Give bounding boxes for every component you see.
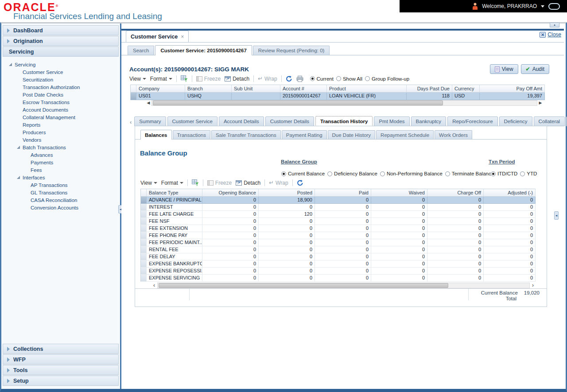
refresh-icon[interactable] — [297, 180, 303, 186]
column-header-charge-off[interactable]: Charge Off — [427, 189, 484, 197]
column-header-sub-unit[interactable]: Sub Unit — [232, 85, 280, 93]
detach-button[interactable]: Detach — [236, 180, 260, 186]
tree-item-collateral-management[interactable]: Collateral Management — [3, 113, 119, 121]
table-row[interactable]: ADVANCE / PRINCIPAL018,9000000 — [140, 197, 536, 204]
row-header[interactable] — [140, 218, 147, 225]
detach-button[interactable]: Detach — [225, 76, 249, 82]
tab-sale-transfer-transactions[interactable]: Sale Transfer Transactions — [211, 130, 281, 139]
column-header-waived[interactable]: Waived — [371, 189, 427, 197]
column-header-account[interactable]: Account # — [280, 85, 327, 93]
wrap-button[interactable]: ↵ Wrap — [269, 179, 288, 186]
radio-deficiency-balance[interactable]: Deficiency Balance — [327, 171, 377, 176]
tab-collateral[interactable]: Collateral — [534, 116, 565, 126]
row-header[interactable] — [140, 268, 147, 275]
radio-ytd[interactable]: YTD — [520, 171, 537, 176]
radio-current-balance[interactable]: Current Balance — [281, 171, 325, 176]
column-header-balance-type[interactable]: Balance Type — [147, 189, 202, 197]
radio-itd-ctd[interactable]: ITD/CTD — [491, 171, 517, 176]
tab-payment-rating[interactable]: Payment Rating — [282, 130, 327, 139]
tabs-scroll-left-icon[interactable]: ‹ — [128, 119, 133, 126]
table-row[interactable]: EXPENSE SERVICING000000 — [140, 275, 536, 282]
view-menu[interactable]: View — [129, 76, 146, 82]
table-row[interactable]: FEE LATE CHARGE01200000 — [140, 211, 536, 218]
tree-item-fees[interactable]: Fees — [3, 166, 119, 174]
tree-item-customer-service[interactable]: Customer Service — [3, 68, 119, 76]
column-header-pay-off-amt[interactable]: Pay Off Amt — [480, 85, 545, 93]
power-icon[interactable] — [548, 3, 560, 10]
freeze-button[interactable]: Freeze — [207, 180, 232, 186]
tree-item-batch-transactions[interactable]: Batch Transactions — [3, 144, 119, 151]
tab-customer-details[interactable]: Customer Details — [265, 116, 314, 126]
tree-item-conversion-accounts[interactable]: Conversion Accounts — [3, 204, 119, 211]
sidebar-section-servicing[interactable]: Servicing — [3, 47, 119, 57]
scroll-left-icon[interactable]: ◀ — [145, 100, 151, 106]
tree-item-transaction-authorization[interactable]: Transaction Authorization — [3, 83, 119, 91]
row-header[interactable] — [140, 246, 147, 253]
row-header[interactable] — [140, 260, 147, 268]
table-row[interactable]: FEE EXTENSION000000 — [140, 225, 536, 232]
row-header[interactable] — [140, 225, 147, 232]
column-header-opening-balance[interactable]: Opening Balance — [202, 189, 259, 197]
table-row[interactable]: INTEREST000000 — [140, 204, 536, 211]
close-icon[interactable]: ✕ — [540, 32, 546, 38]
table-row[interactable]: EXPENSE REPOSESSI...000000 — [140, 268, 536, 275]
row-header[interactable] — [130, 93, 136, 100]
table-row[interactable]: US01USHQ20150900014267LOAN VEHICLE (FR)1… — [130, 93, 545, 100]
table-row[interactable]: FEE PHONE PAY000000 — [140, 232, 536, 239]
radio-show-all[interactable]: Show All — [336, 76, 362, 82]
tree-item-reports[interactable]: Reports — [3, 121, 119, 128]
sidebar-section-tools[interactable]: Tools — [3, 365, 119, 375]
radio-group-follow-up[interactable]: Group Follow-up — [365, 76, 409, 82]
column-header-days-past-due[interactable]: Days Past Due — [407, 85, 452, 93]
sidebar-section-setup[interactable]: Setup — [3, 376, 119, 386]
scrollbar-thumb[interactable] — [153, 101, 443, 105]
column-header-posted[interactable]: Posted — [259, 189, 315, 197]
expand-icon[interactable] — [9, 63, 12, 66]
workspace-tab[interactable]: Customer Service × — [126, 31, 189, 42]
audit-button[interactable]: ✔ Audit — [521, 64, 549, 74]
tab-summary[interactable]: Summary — [134, 116, 166, 126]
tree-item-producers[interactable]: Producers — [3, 128, 119, 136]
row-header[interactable] — [140, 197, 147, 204]
tab-deficiency[interactable]: Deficiency — [499, 116, 532, 126]
column-header-branch[interactable]: Branch — [185, 85, 232, 93]
radio-non-performing-balance[interactable]: Non-Performing Balance — [380, 171, 443, 176]
collapse-up-button[interactable]: ▲ — [550, 23, 559, 27]
expand-icon[interactable] — [17, 146, 20, 149]
scrollbar-track[interactable] — [151, 100, 537, 106]
tab-work-orders[interactable]: Work Orders — [435, 130, 472, 139]
radio-terminate-balance[interactable]: Terminate Balance — [445, 171, 494, 176]
format-menu[interactable]: Format — [150, 76, 172, 82]
tree-item-advances[interactable]: Advances — [3, 151, 119, 159]
sidebar-section-origination[interactable]: Origination — [3, 36, 119, 46]
view-button[interactable]: View — [490, 64, 518, 74]
refresh-icon[interactable] — [286, 76, 292, 82]
row-header[interactable] — [140, 253, 147, 260]
table-row[interactable]: RENTAL FEE000000 — [140, 246, 536, 253]
table-row[interactable]: FEE PERIODIC MAINT...000000 — [140, 239, 536, 246]
column-header-product[interactable]: Product — [327, 85, 407, 93]
tab-bankruptcy[interactable]: Bankruptcy — [411, 116, 447, 126]
scroll-right-icon[interactable]: ▶ — [537, 100, 544, 106]
row-header[interactable] — [140, 275, 147, 282]
tab-transactions[interactable]: Transactions — [173, 130, 210, 139]
row-header[interactable] — [140, 211, 147, 218]
column-header-paid[interactable]: Paid — [315, 189, 371, 197]
scrollbar-thumb[interactable] — [159, 283, 448, 288]
welcome-menu[interactable]: Welcome, PRAKRRAO — [482, 3, 537, 9]
close-window-link[interactable]: ✕ Close — [540, 31, 561, 38]
table-row[interactable]: FEE NSF000000 — [140, 218, 536, 225]
scrollbar-track[interactable] — [157, 283, 530, 288]
scroll-right-icon[interactable]: › — [530, 283, 536, 288]
sidebar-section-dashboard[interactable]: DashBoard — [3, 25, 119, 35]
tree-item-servicing[interactable]: Servicing — [3, 61, 119, 68]
close-tab-icon[interactable]: × — [181, 34, 184, 40]
tree-item-escrow-transactions[interactable]: Escrow Transactions — [3, 98, 119, 106]
panel-collapse-handle[interactable]: ◄ — [554, 211, 559, 220]
tab-repo-foreclosure[interactable]: Repo/Foreclosure — [447, 116, 497, 126]
freeze-button[interactable]: Freeze — [196, 76, 221, 82]
tree-item-ap-transactions[interactable]: AP Transactions — [3, 181, 119, 189]
tree-item-vendors[interactable]: Vendors — [3, 136, 119, 144]
filter-icon[interactable] — [181, 75, 188, 82]
tree-item-gl-transactions[interactable]: GL Transactions — [3, 189, 119, 196]
